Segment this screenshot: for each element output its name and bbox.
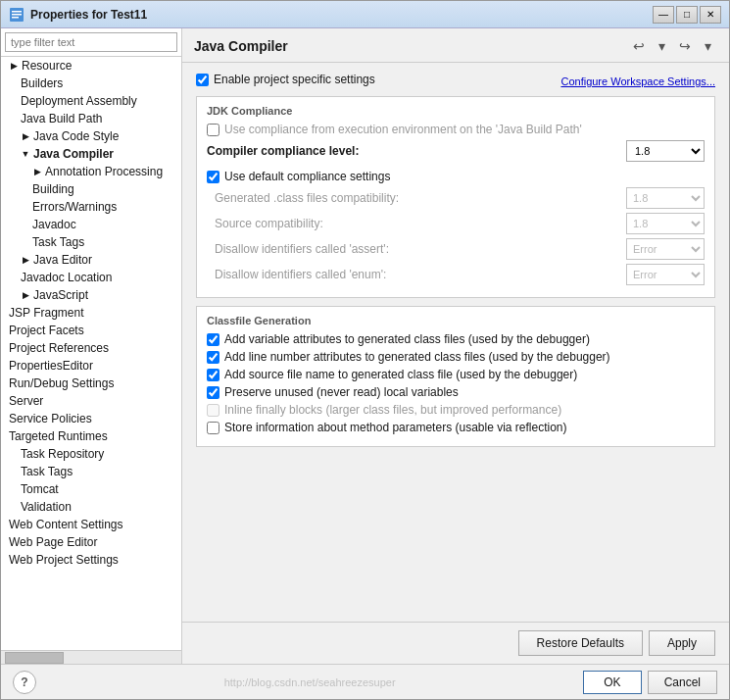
configure-workspace-link[interactable]: Configure Workspace Settings... — [560, 75, 715, 87]
source-compat-row: Source compatibility: 1.8 — [207, 213, 705, 234]
sidebar-item-server[interactable]: Server — [1, 392, 181, 410]
sidebar-item-project-references[interactable]: Project References — [1, 339, 181, 357]
horizontal-scrollbar[interactable] — [1, 650, 181, 664]
preserve-unused-checkbox[interactable] — [207, 386, 219, 399]
use-execution-env-row: Use compliance from execution environmen… — [207, 123, 705, 136]
sidebar-item-label: JavaScript — [33, 288, 88, 302]
sidebar-item-web-project-settings[interactable]: Web Project Settings — [1, 551, 181, 569]
jdk-compliance-group: JDK Compliance Use compliance from execu… — [196, 96, 715, 298]
main-content: ▶ Resource Builders Deployment Assembly … — [1, 28, 729, 664]
search-box — [1, 28, 181, 57]
sidebar-item-tomcat[interactable]: Tomcat — [1, 480, 181, 498]
help-button[interactable]: ? — [13, 671, 36, 694]
hscroll-thumb[interactable] — [5, 652, 64, 664]
sidebar-item-label: Web Project Settings — [9, 553, 119, 567]
tree-scroll[interactable]: ▶ Resource Builders Deployment Assembly … — [1, 57, 181, 650]
sidebar-item-building[interactable]: Building — [1, 180, 181, 198]
sidebar-item-targeted-runtimes[interactable]: Targeted Runtimes — [1, 427, 181, 445]
add-source-label: Add source file name to generated class … — [224, 368, 577, 381]
enable-settings-row: Enable project specific settings Configu… — [196, 73, 715, 90]
sidebar-item-javadoc[interactable]: Javadoc — [1, 216, 181, 233]
sidebar-item-label: Annotation Processing — [45, 165, 163, 178]
sidebar-item-label: Javadoc Location — [21, 271, 112, 284]
source-compat-label: Source compatibility: — [207, 217, 618, 230]
inline-finally-checkbox[interactable] — [207, 404, 219, 417]
sidebar-item-task-tags2[interactable]: Task Tags — [1, 463, 181, 480]
sidebar-item-label: Server — [9, 394, 43, 408]
compliance-level-label: Compiler compliance level: — [207, 144, 359, 158]
use-execution-env-checkbox[interactable] — [207, 124, 219, 136]
sidebar-item-javadoc-location[interactable]: Javadoc Location — [1, 269, 181, 286]
sidebar-item-task-repository[interactable]: Task Repository — [1, 445, 181, 463]
enable-specific-checkbox[interactable] — [196, 74, 209, 86]
minimize-button[interactable]: — — [653, 6, 674, 24]
sidebar-item-javascript[interactable]: ▶ JavaScript — [1, 286, 181, 304]
nav-menu-button[interactable]: ▾ — [699, 36, 717, 56]
add-source-checkbox[interactable] — [207, 369, 219, 381]
add-line-label: Add line number attributes to generated … — [224, 350, 610, 364]
sidebar-item-web-content[interactable]: Web Content Settings — [1, 516, 181, 533]
sidebar-item-annotation[interactable]: ▶ Annotation Processing — [1, 163, 181, 180]
source-compat-select[interactable]: 1.8 — [626, 213, 705, 234]
sidebar-item-java-build-path[interactable]: Java Build Path — [1, 110, 181, 127]
search-input[interactable] — [5, 32, 177, 52]
use-default-compliance-checkbox[interactable] — [207, 171, 219, 183]
store-info-checkbox[interactable] — [207, 422, 219, 434]
sidebar-item-task-tags[interactable]: Task Tags — [1, 233, 181, 251]
nav-forward-button[interactable]: ↪ — [673, 36, 697, 56]
disallow-assert-label: Disallow identifiers called 'assert': — [207, 242, 618, 256]
window-controls: — □ ✕ — [653, 6, 721, 24]
sidebar-item-label: Java Code Style — [33, 129, 119, 143]
preserve-unused-row: Preserve unused (never read) local varia… — [207, 385, 705, 399]
expand-icon: ▶ — [9, 61, 19, 71]
sidebar-item-web-page-editor[interactable]: Web Page Editor — [1, 533, 181, 551]
sidebar-item-jsp[interactable]: JSP Fragment — [1, 304, 181, 322]
expand-icon: ▶ — [21, 290, 30, 300]
properties-window: Properties for Test11 — □ ✕ ▶ Resource — [0, 0, 730, 700]
panel-header: Java Compiler ↩ ▾ ↪ ▾ — [182, 28, 729, 63]
nav-back-button[interactable]: ↩ — [627, 36, 651, 56]
expand-icon: ▶ — [21, 255, 30, 265]
apply-button[interactable]: Apply — [649, 630, 715, 656]
add-line-row: Add line number attributes to generated … — [207, 350, 705, 364]
sidebar-item-label: Task Tags — [32, 235, 84, 249]
sidebar-item-properties-editor[interactable]: PropertiesEditor — [1, 357, 181, 375]
title-bar-left: Properties for Test11 — [9, 7, 147, 23]
compliance-level-select[interactable]: 1.8 — [626, 140, 705, 162]
watermark-text: http://blog.csdn.net/seahreezesuper — [224, 676, 396, 688]
sidebar-item-resource[interactable]: ▶ Resource — [1, 57, 181, 75]
sidebar-item-errors-warnings[interactable]: Errors/Warnings — [1, 198, 181, 216]
maximize-button[interactable]: □ — [676, 6, 698, 24]
sidebar-item-java-editor[interactable]: ▶ Java Editor — [1, 251, 181, 269]
sidebar-item-java-code-style[interactable]: ▶ Java Code Style — [1, 127, 181, 145]
expand-icon: ▶ — [21, 131, 30, 141]
close-button[interactable]: ✕ — [700, 6, 721, 24]
sidebar-item-project-facets[interactable]: Project Facets — [1, 322, 181, 339]
add-variable-row: Add variable attributes to generated cla… — [207, 332, 705, 346]
disallow-enum-label: Disallow identifiers called 'enum': — [207, 268, 618, 281]
panel-body: Enable project specific settings Configu… — [182, 63, 729, 622]
sidebar-item-label: Building — [32, 182, 74, 196]
generated-class-select[interactable]: 1.8 — [626, 187, 705, 209]
sidebar-item-run-debug[interactable]: Run/Debug Settings — [1, 375, 181, 392]
properties-icon — [9, 7, 24, 23]
cancel-button[interactable]: Cancel — [648, 671, 717, 694]
sidebar-item-java-compiler[interactable]: ▼ Java Compiler — [1, 145, 181, 163]
sidebar-item-label: Builders — [21, 76, 63, 90]
add-variable-checkbox[interactable] — [207, 333, 219, 346]
disallow-assert-select[interactable]: Error — [626, 238, 705, 260]
classfile-title: Classfile Generation — [207, 315, 705, 326]
preserve-unused-label: Preserve unused (never read) local varia… — [224, 385, 459, 399]
ok-button[interactable]: OK — [583, 671, 641, 694]
sidebar-item-validation[interactable]: Validation — [1, 498, 181, 516]
disallow-enum-select[interactable]: Error — [626, 264, 705, 285]
nav-dropdown-button[interactable]: ▾ — [653, 36, 671, 56]
sidebar-item-service-policies[interactable]: Service Policies — [1, 410, 181, 427]
add-line-checkbox[interactable] — [207, 351, 219, 364]
store-info-label: Store information about method parameter… — [224, 421, 567, 434]
restore-defaults-button[interactable]: Restore Defaults — [518, 630, 643, 656]
sidebar-item-deployment[interactable]: Deployment Assembly — [1, 92, 181, 110]
sidebar-item-builders[interactable]: Builders — [1, 75, 181, 92]
disallow-assert-row: Disallow identifiers called 'assert': Er… — [207, 238, 705, 260]
sidebar-item-label: Tomcat — [21, 482, 59, 496]
